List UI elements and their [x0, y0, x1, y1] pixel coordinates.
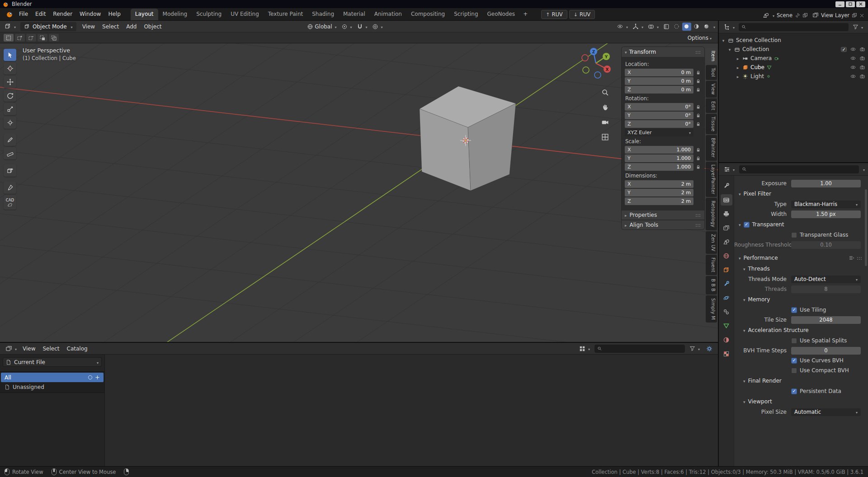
outliner-row-light[interactable]: Light	[719, 72, 868, 81]
disable-render-camera-icon[interactable]	[859, 74, 865, 79]
rotation-x-field[interactable]: X0°	[625, 103, 693, 111]
lock-icon[interactable]	[696, 164, 701, 170]
scale-z-field[interactable]: Z1.000	[625, 163, 693, 171]
asset-menu-view[interactable]: View	[19, 344, 38, 354]
rotation-mode-dropdown[interactable]: XYZ Euler	[625, 129, 693, 136]
viewport-menu-add[interactable]: Add	[123, 22, 140, 32]
lock-icon[interactable]	[696, 104, 701, 110]
tab-output[interactable]	[721, 208, 732, 220]
workspace-tab-uv-editing[interactable]: UV Editing	[226, 9, 264, 20]
asset-menu-select[interactable]: Select	[40, 344, 63, 354]
roughness-field[interactable]: 0.10	[791, 241, 861, 249]
lock-icon[interactable]	[696, 113, 701, 118]
workspace-tab-texture-paint[interactable]: Texture Paint	[264, 9, 307, 20]
outliner-row-scene-collection[interactable]: Scene Collection	[719, 36, 868, 45]
lock-icon[interactable]	[696, 147, 701, 153]
sidebar-tab-bpainter[interactable]: BPainter	[706, 135, 717, 160]
transform-panel-header[interactable]: Transform	[622, 47, 704, 57]
proportional-editing-toggle[interactable]	[370, 22, 385, 31]
acceleration-panel-header[interactable]: Acceleration Structure	[734, 325, 868, 336]
filter-type-dropdown[interactable]: Blackman-Harris	[791, 201, 861, 208]
tab-constraints[interactable]	[721, 306, 732, 318]
workspace-tab-geonodes[interactable]: GeoNodes	[483, 9, 520, 20]
tab-modifiers[interactable]	[721, 278, 732, 290]
select-box-tool[interactable]	[4, 49, 16, 61]
cursor-tool[interactable]	[4, 62, 16, 75]
exposure-field[interactable]: 1.00	[791, 180, 861, 187]
expand-icon[interactable]	[729, 46, 731, 52]
select-mode-subtract-button[interactable]	[26, 34, 36, 42]
align-tools-panel-collapsed[interactable]: Align Tools	[622, 220, 704, 229]
viewport-menu-view[interactable]: View	[79, 22, 98, 32]
scene-selector[interactable]: Scene	[763, 12, 808, 19]
location-x-field[interactable]: X0 m	[625, 69, 693, 76]
select-mode-extend-button[interactable]	[15, 34, 25, 42]
ruv-export-button[interactable]: ↑ RUV	[541, 10, 567, 19]
properties-options-chevron[interactable]	[862, 166, 865, 173]
lock-icon[interactable]	[696, 156, 701, 161]
asset-search-box[interactable]	[594, 345, 685, 353]
overlays-dropdown[interactable]	[646, 22, 660, 31]
brush-tool[interactable]	[4, 182, 16, 194]
minimize-button[interactable]	[835, 1, 844, 7]
snap-toggle[interactable]	[355, 22, 369, 31]
disable-render-camera-icon[interactable]	[859, 65, 865, 70]
pixel-filter-panel-header[interactable]: Pixel Filter	[734, 188, 868, 199]
workspace-tab-material[interactable]: Material	[339, 9, 370, 20]
move-tool[interactable]	[4, 76, 16, 88]
viewport-menu-select[interactable]: Select	[99, 22, 122, 32]
memory-panel-header[interactable]: Memory	[734, 294, 868, 305]
filter-dropdown[interactable]	[688, 344, 702, 353]
new-scene-icon[interactable]	[802, 13, 808, 18]
menu-edit[interactable]: Edit	[32, 9, 49, 20]
collection-exclude-checkbox[interactable]	[841, 47, 847, 52]
rotate-tool[interactable]	[4, 89, 16, 102]
bvh-steps-field[interactable]: 0	[791, 347, 861, 355]
select-mode-new-button[interactable]	[4, 34, 14, 42]
rotation-y-field[interactable]: Y0°	[625, 112, 693, 119]
tab-view-layer[interactable]	[721, 222, 732, 234]
outliner-search-box[interactable]	[739, 23, 849, 31]
remove-view-layer-icon[interactable]	[859, 13, 864, 18]
add-workspace-button[interactable]: +	[519, 9, 531, 20]
properties-search-box[interactable]	[739, 165, 859, 173]
visibility-dropdown[interactable]	[615, 22, 630, 31]
shading-rendered-button[interactable]	[702, 23, 711, 31]
scale-x-field[interactable]: X1.000	[625, 146, 693, 154]
xray-toggle[interactable]	[661, 22, 671, 31]
display-size-dropdown[interactable]	[577, 344, 592, 353]
presets-icon[interactable]	[849, 255, 854, 261]
use-tiling-checkbox[interactable]	[791, 307, 797, 313]
transparent-checkbox[interactable]	[744, 222, 750, 228]
sidebar-tab-bbb[interactable]: B B B	[706, 276, 717, 294]
sidebar-tab-item[interactable]: Item	[706, 48, 717, 64]
curves-bvh-checkbox[interactable]	[791, 358, 797, 364]
workspace-tab-layout[interactable]: Layout	[131, 9, 158, 20]
zoom-button[interactable]	[599, 87, 610, 98]
tile-size-field[interactable]: 2048	[791, 316, 861, 324]
maximize-button[interactable]	[846, 1, 855, 7]
workspace-tab-scripting[interactable]: Scripting	[449, 9, 482, 20]
final-render-panel-header[interactable]: Final Render	[734, 375, 868, 386]
transform-orientation-dropdown[interactable]: Global	[305, 22, 338, 31]
workspace-tab-shading[interactable]: Shading	[307, 9, 339, 20]
threads-panel-header[interactable]: Threads	[734, 263, 868, 274]
add-cube-tool[interactable]	[4, 164, 16, 177]
threads-count-field[interactable]: 8	[791, 285, 861, 293]
transparent-panel-header[interactable]: Transparent	[734, 219, 868, 230]
sidebar-tab-edit[interactable]: Edit	[706, 98, 717, 113]
threads-mode-dropdown[interactable]: Auto-Detect	[791, 276, 861, 283]
tab-object-data[interactable]	[721, 320, 732, 332]
expand-icon[interactable]	[722, 37, 725, 43]
menu-render[interactable]: Render	[49, 9, 76, 20]
viewport-panel-header[interactable]: Viewport	[734, 396, 868, 407]
sidebar-tab-simply[interactable]: Simply M	[706, 295, 717, 323]
expand-icon[interactable]	[737, 64, 739, 70]
lock-icon[interactable]	[696, 79, 701, 84]
performance-panel-header[interactable]: Performance	[734, 253, 868, 263]
properties-panel-collapsed[interactable]: Properties	[622, 210, 704, 220]
sidebar-tab-zen-uv[interactable]: Zen UV	[706, 231, 717, 254]
spatial-splits-checkbox[interactable]	[791, 338, 797, 344]
tab-scene[interactable]	[721, 236, 732, 248]
disable-render-camera-icon[interactable]	[859, 56, 865, 61]
